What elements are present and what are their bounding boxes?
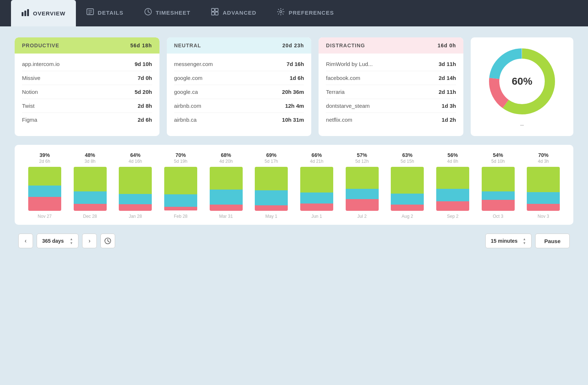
app-name: RimWorld by Lud... — [326, 61, 372, 67]
bar-label: May 1 — [265, 214, 278, 219]
tab-preferences-label: PREFERENCES — [289, 10, 334, 16]
tab-timesheet[interactable]: TIMESHEET — [134, 0, 201, 26]
neutral-total: 20d 23h — [282, 43, 304, 48]
bar-label: Aug 2 — [402, 214, 413, 219]
list-item: facebook.com 2d 14h — [326, 71, 456, 85]
chart-section: 39% 2d 6h Nov 27 48% 3d 8h Dec 28 64% 4d… — [15, 145, 573, 225]
bar-pink — [119, 204, 152, 211]
bar-group: 56% 4d 8h Sep 2 — [431, 152, 474, 219]
minutes-selector[interactable]: 15 minutes ▲ ▼ — [485, 234, 532, 248]
bar-group: 48% 3d 8h Dec 28 — [69, 152, 111, 219]
bar-time: 5d 19h — [174, 159, 188, 164]
tab-timesheet-label: TIMESHEET — [156, 10, 191, 16]
bar-blue — [210, 190, 243, 205]
clock-button[interactable] — [100, 234, 115, 248]
tab-advanced[interactable]: ADVANCED — [201, 0, 267, 26]
bar-pink — [436, 201, 469, 211]
list-item: Notion 5d 20h — [22, 85, 152, 99]
bar-time: 2d 6h — [39, 159, 50, 164]
pause-button[interactable]: Pause — [535, 234, 570, 248]
bar-green — [482, 167, 515, 191]
svg-point-14 — [280, 11, 282, 13]
neutral-label: NEUTRAL — [174, 43, 201, 48]
app-name: google.com — [174, 75, 203, 81]
top-row: PRODUCTIVE 56d 18h app.intercom.io 9d 10… — [15, 37, 573, 136]
svg-line-21 — [108, 241, 109, 242]
bar-pct: 64% — [130, 152, 140, 158]
nav-bar: OVERVIEW DETAILS TIMESHEET — [0, 0, 588, 26]
bar-green — [391, 167, 424, 194]
svg-rect-11 — [215, 8, 218, 11]
donut-percentage: 60% — [512, 76, 532, 87]
bar-pct: 70% — [538, 152, 548, 158]
bar-pink — [255, 205, 288, 211]
bar-visual — [436, 167, 469, 211]
distracting-header: DISTRACTING 16d 0h — [319, 37, 463, 54]
app-name: airbnb.ca — [174, 117, 197, 123]
bar-group: 57% 5d 12h Jul 2 — [341, 152, 383, 219]
productive-total: 56d 18h — [131, 43, 152, 48]
donut-chart: 60% — [485, 45, 559, 118]
tab-advanced-label: ADVANCED — [223, 10, 256, 16]
list-item: app.intercom.io 9d 10h — [22, 57, 152, 71]
bar-label: Oct 3 — [493, 214, 503, 219]
bar-pink — [210, 205, 243, 211]
bar-label: Feb 28 — [174, 214, 187, 219]
app-time: 5d 20h — [135, 89, 152, 95]
prev-button[interactable]: ‹ — [18, 234, 33, 248]
list-item: google.ca 20h 36m — [174, 85, 304, 99]
productive-body: app.intercom.io 9d 10h Missive 7d 0h Not… — [15, 54, 159, 132]
bar-pct: 39% — [40, 152, 50, 158]
app-name: Terraria — [326, 89, 345, 95]
app-time: 1d 3h — [442, 103, 456, 109]
bar-label: Sep 2 — [447, 214, 458, 219]
preferences-icon — [277, 8, 285, 18]
bar-visual — [28, 167, 61, 211]
bar-pct: 57% — [357, 152, 367, 158]
bar-pct: 63% — [402, 152, 412, 158]
bar-group: 70% 5d 19h Feb 28 — [159, 152, 202, 219]
tab-overview[interactable]: OVERVIEW — [11, 0, 76, 26]
app-time: 12h 4m — [285, 103, 304, 109]
bar-group: 69% 5d 17h May 1 — [250, 152, 293, 219]
list-item: airbnb.com 12h 4m — [174, 99, 304, 113]
bar-blue — [346, 189, 379, 199]
app-name: netflix.com — [326, 117, 352, 123]
svg-rect-12 — [212, 12, 214, 15]
bar-green — [436, 167, 469, 189]
productive-card: PRODUCTIVE 56d 18h app.intercom.io 9d 10… — [15, 37, 159, 136]
bar-green — [74, 167, 107, 191]
tab-details[interactable]: DETAILS — [76, 0, 134, 26]
bar-green — [164, 167, 197, 194]
app-time: 2d 8h — [137, 103, 152, 109]
bar-label: Jan 28 — [129, 214, 142, 219]
bar-visual — [255, 167, 288, 211]
bar-group: 68% 4d 20h Mar 31 — [205, 152, 247, 219]
distracting-card: DISTRACTING 16d 0h RimWorld by Lud... 3d… — [319, 37, 463, 136]
next-button[interactable]: › — [82, 234, 97, 248]
bar-blue — [482, 191, 515, 200]
bar-pct: 56% — [448, 152, 458, 158]
bar-pct: 66% — [312, 152, 322, 158]
svg-rect-13 — [215, 12, 218, 15]
minutes-arrows: ▲ ▼ — [523, 237, 526, 245]
bar-visual — [300, 167, 333, 211]
tab-preferences[interactable]: PREFERENCES — [267, 0, 344, 26]
list-item: Terraria 2d 11h — [326, 85, 456, 99]
app-time: 2d 14h — [438, 75, 456, 81]
bar-pct: 69% — [266, 152, 276, 158]
bar-pink — [346, 199, 379, 211]
list-item: google.com 1d 6h — [174, 71, 304, 85]
donut-dash: – — [520, 121, 524, 129]
svg-rect-1 — [25, 11, 26, 16]
distracting-label: DISTRACTING — [326, 43, 365, 48]
bar-pink — [164, 207, 197, 210]
app-name: airbnb.com — [174, 103, 201, 109]
app-time: 7d 0h — [137, 75, 152, 81]
bar-group: 64% 4d 16h Jan 28 — [114, 152, 157, 219]
days-selector[interactable]: 365 days ▲ ▼ — [37, 234, 78, 248]
list-item: Missive 7d 0h — [22, 71, 152, 85]
app-time: 10h 31m — [282, 117, 304, 123]
list-item: messenger.com 7d 16h — [174, 57, 304, 71]
bar-blue — [164, 194, 197, 207]
